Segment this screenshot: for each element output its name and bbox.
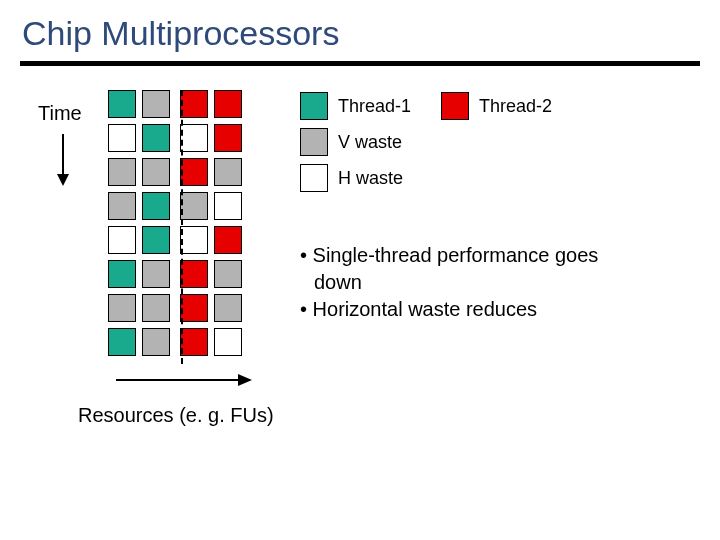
grid-cell [214, 124, 242, 152]
legend-label: H waste [338, 168, 403, 189]
svg-marker-1 [57, 174, 69, 186]
bullet-item: • Horizontal waste reduces [300, 296, 598, 323]
title-underline [20, 61, 700, 66]
grid-cell [180, 192, 208, 220]
grid-cell [142, 328, 170, 356]
legend-swatch-vwaste [300, 128, 328, 156]
grid-cell [142, 90, 170, 118]
grid-row [108, 90, 248, 118]
legend-label: Thread-2 [479, 96, 552, 117]
legend-swatch-thread2 [441, 92, 469, 120]
grid-cell [214, 192, 242, 220]
grid-row [108, 192, 248, 220]
legend-label: V waste [338, 132, 402, 153]
grid-cell [180, 158, 208, 186]
grid-cell [108, 294, 136, 322]
grid-cell [108, 90, 136, 118]
grid-cell [142, 124, 170, 152]
grid-row [108, 294, 248, 322]
arrow-right-icon [114, 372, 254, 388]
grid-cell [108, 328, 136, 356]
grid-row [108, 260, 248, 288]
grid-cell [108, 192, 136, 220]
arrow-down-icon [55, 132, 71, 186]
grid-cell [214, 158, 242, 186]
grid-cell [214, 226, 242, 254]
bullet-item: • Single-thread performance goes [300, 242, 598, 269]
grid-row [108, 328, 248, 356]
bullet-list: • Single-thread performance goes down • … [300, 242, 598, 323]
legend-swatch-hwaste [300, 164, 328, 192]
grid-cell [180, 328, 208, 356]
legend-item: Thread-1 Thread-2 [300, 92, 582, 120]
legend-label: Thread-1 [338, 96, 411, 117]
grid-cell [108, 260, 136, 288]
grid-cell [214, 294, 242, 322]
legend-item: V waste [300, 128, 582, 156]
grid-cell [214, 260, 242, 288]
grid-cell [142, 158, 170, 186]
grid-row [108, 158, 248, 186]
grid-cell [180, 294, 208, 322]
legend-item: H waste [300, 164, 582, 192]
legend: Thread-1 Thread-2 V waste H waste [300, 92, 582, 200]
grid-cell [214, 328, 242, 356]
time-axis-label: Time [38, 102, 82, 125]
grid-cell [142, 294, 170, 322]
grid-row [108, 124, 248, 152]
grid-cell [214, 90, 242, 118]
processor-divider [181, 90, 183, 364]
grid-cell [108, 226, 136, 254]
grid-cell [142, 192, 170, 220]
svg-marker-3 [238, 374, 252, 386]
grid-row [108, 226, 248, 254]
bullet-item-cont: down [300, 269, 598, 296]
execution-grid [108, 90, 248, 362]
grid-cell [180, 124, 208, 152]
resources-axis-label: Resources (e. g. FUs) [78, 404, 274, 427]
grid-cell [180, 226, 208, 254]
legend-swatch-thread1 [300, 92, 328, 120]
grid-cell [142, 260, 170, 288]
grid-cell [108, 124, 136, 152]
grid-cell [108, 158, 136, 186]
page-title: Chip Multiprocessors [0, 0, 720, 61]
grid-cell [180, 260, 208, 288]
grid-cell [142, 226, 170, 254]
grid-cell [180, 90, 208, 118]
